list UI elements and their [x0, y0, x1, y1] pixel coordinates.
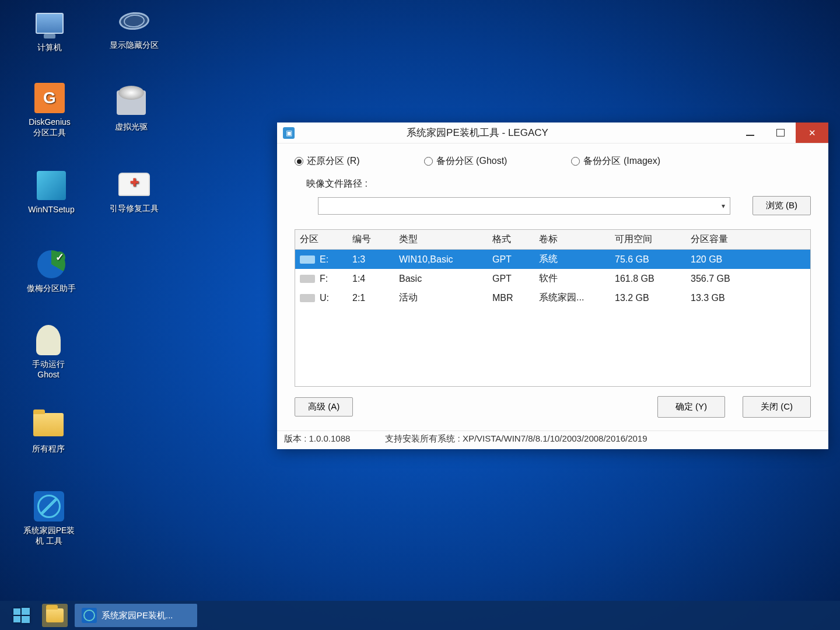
disk-icon	[118, 11, 150, 31]
monitor-icon	[36, 13, 64, 34]
col-fmt[interactable]: 格式	[488, 230, 534, 249]
radio-backup-imagex[interactable]: 备份分区 (Imagex)	[571, 155, 660, 167]
pe-tool-dialog: ▣ 系统家园PE装机工具 - LEGACY 还原分区 (R) 备份分区 (Gho…	[277, 123, 828, 449]
diskgenius-icon: G	[34, 83, 65, 113]
drive-icon	[300, 275, 315, 283]
statusbar: 版本 : 1.0.0.1088 支持安装所有系统 : XP/VISTA/WIN7…	[277, 430, 828, 449]
windows-icon	[12, 606, 31, 625]
icon-label: WinNTSetup	[28, 204, 74, 215]
toolbox-icon	[118, 173, 150, 196]
pe-tool-icon	[82, 608, 97, 623]
radio-backup-ghost[interactable]: 备份分区 (Ghost)	[424, 155, 508, 167]
icon-label: 手动运行 Ghost	[32, 359, 65, 380]
col-label[interactable]: 卷标	[534, 230, 610, 249]
col-free[interactable]: 可用空间	[610, 230, 686, 249]
folder-icon	[46, 608, 64, 622]
radio-icon	[424, 157, 433, 166]
svg-rect-1	[22, 608, 30, 615]
support-text: 支持安装所有系统 : XP/VISTA/WIN7/8/8.1/10/2003/2…	[385, 433, 647, 444]
app-icon: ▣	[283, 127, 295, 139]
icon-label: 所有程序	[32, 443, 65, 454]
desktop-icon-ghost[interactable]: 手动运行 Ghost	[22, 324, 75, 380]
desktop-icon-winntsetup[interactable]: WinNTSetup	[16, 169, 86, 215]
svg-rect-2	[13, 616, 20, 622]
close-button[interactable]	[796, 123, 828, 143]
col-cap[interactable]: 分区容量	[686, 230, 810, 249]
desktop-icon-petool[interactable]: 系统家园PE装 机 工具	[14, 490, 84, 546]
icon-label: 系统家园PE装 机 工具	[23, 525, 75, 546]
col-drive[interactable]: 分区	[295, 230, 348, 249]
minimize-button[interactable]	[735, 123, 765, 143]
desktop-icon-aomei[interactable]: 傲梅分区助手	[16, 248, 86, 293]
icon-label: 傲梅分区助手	[27, 283, 76, 293]
cd-icon	[117, 90, 146, 115]
table-row[interactable]: F: 1:4 Basic GPT 软件 161.8 GB 356.7 GB	[295, 269, 810, 288]
icon-label: 显示隐藏分区	[110, 40, 159, 50]
version-text: 版本 : 1.0.0.1088	[284, 433, 350, 444]
icon-label: 虚拟光驱	[115, 121, 148, 132]
mode-radios: 还原分区 (R) 备份分区 (Ghost) 备份分区 (Imagex)	[295, 155, 811, 167]
table-row[interactable]: E: 1:3 WIN10,Basic GPT 系统 75.6 GB 120 GB	[295, 250, 810, 269]
drive-icon	[300, 294, 315, 302]
radio-label: 备份分区 (Ghost)	[436, 155, 508, 167]
pe-tool-icon	[34, 491, 64, 522]
setup-icon	[37, 171, 66, 200]
ghost-icon	[36, 325, 61, 355]
icon-label: DiskGenius 分区工具	[29, 117, 71, 138]
desktop-icon-diskgenius[interactable]: G DiskGenius 分区工具	[18, 82, 82, 138]
radio-icon	[571, 157, 580, 166]
col-num[interactable]: 编号	[348, 230, 394, 249]
taskbar: 系统家园PE装机...	[0, 601, 840, 630]
radio-restore[interactable]: 还原分区 (R)	[295, 155, 360, 167]
drive-icon	[300, 256, 315, 264]
image-path-combo[interactable]	[318, 197, 730, 215]
window-title: 系统家园PE装机工具 - LEGACY	[302, 126, 735, 139]
cancel-button[interactable]: 关闭 (C)	[743, 396, 811, 418]
folder-icon	[33, 413, 64, 436]
ok-button[interactable]: 确定 (Y)	[657, 396, 725, 418]
partition-icon	[37, 250, 65, 278]
advanced-button[interactable]: 高级 (A)	[295, 397, 353, 416]
start-button[interactable]	[8, 604, 35, 627]
col-type[interactable]: 类型	[394, 230, 488, 249]
table-header: 分区 编号 类型 格式 卷标 可用空间 分区容量	[295, 230, 810, 250]
maximize-button[interactable]	[765, 123, 796, 143]
browse-button[interactable]: 浏览 (B)	[752, 196, 811, 215]
desktop-icon-computer[interactable]: 计算机	[23, 7, 76, 52]
partition-table: 分区 编号 类型 格式 卷标 可用空间 分区容量 E: 1:3 WIN10,Ba…	[295, 229, 811, 387]
titlebar[interactable]: ▣ 系统家园PE装机工具 - LEGACY	[277, 123, 828, 144]
desktop-icon-bootrepair[interactable]: 引导修复工具	[99, 168, 169, 214]
taskbar-app-petool[interactable]: 系统家园PE装机...	[75, 604, 197, 627]
desktop-icon-allprograms[interactable]: 所有程序	[22, 408, 75, 454]
icon-label: 计算机	[37, 42, 62, 52]
svg-rect-3	[22, 616, 30, 623]
radio-icon	[295, 157, 303, 166]
icon-label: 引导修复工具	[110, 203, 159, 214]
path-label: 映像文件路径 :	[306, 178, 376, 190]
desktop-icon-virtualcd[interactable]: 虚拟光驱	[105, 86, 158, 132]
svg-rect-0	[13, 608, 20, 615]
radio-label: 备份分区 (Imagex)	[583, 155, 660, 167]
table-row[interactable]: U: 2:1 活动 MBR 系统家园... 13.2 GB 13.3 GB	[295, 288, 810, 307]
taskbar-label: 系统家园PE装机...	[102, 610, 173, 621]
radio-label: 还原分区 (R)	[307, 155, 360, 167]
desktop-icon-showhidden[interactable]: 显示隐藏分区	[99, 5, 169, 50]
taskbar-explorer[interactable]	[42, 604, 68, 627]
